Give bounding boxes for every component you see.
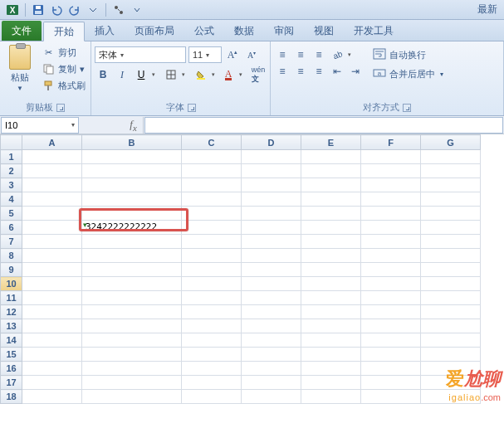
chevron-down-icon[interactable]: ▾ [345,46,354,63]
cell[interactable] [182,390,242,404]
increase-indent-button[interactable]: ⇥ [347,63,364,80]
cell[interactable] [22,249,82,263]
cell[interactable] [301,333,361,348]
cell[interactable] [301,178,361,192]
cell[interactable] [242,376,301,390]
cut-button[interactable]: ✂剪切 [40,45,87,60]
cell[interactable] [301,319,361,333]
cell[interactable] [421,362,481,376]
cell[interactable] [82,362,182,376]
cell[interactable] [22,207,82,221]
cell[interactable] [242,164,301,178]
align-right-button[interactable]: ≡ [311,63,327,80]
tab-file[interactable]: 文件 [2,21,42,41]
cell[interactable] [82,277,182,291]
cell[interactable] [82,192,182,207]
cell[interactable] [242,221,301,235]
cell[interactable] [182,319,242,333]
row-header[interactable]: 2 [1,164,22,178]
italic-button[interactable]: I [114,66,130,83]
cell[interactable] [421,178,481,192]
chevron-down-icon[interactable]: ▾ [206,51,209,59]
fill-color-button[interactable]: ▾ [193,66,218,83]
row-header[interactable]: 14 [1,333,22,348]
cell[interactable] [22,150,82,164]
cell[interactable] [361,263,421,277]
cell[interactable] [82,376,182,390]
cell[interactable] [421,390,481,404]
cell[interactable] [182,207,242,221]
increase-font-button[interactable]: A▴ [224,46,241,63]
grid-table[interactable]: A B C D E F G 1 2 3 4 5 6▾3242222222222 … [0,134,481,404]
cell[interactable] [361,221,421,235]
cell[interactable] [301,263,361,277]
col-header[interactable]: F [361,135,421,150]
cell[interactable] [182,178,242,192]
row-header[interactable]: 1 [1,150,22,164]
cell[interactable] [421,291,481,305]
row-header[interactable]: 9 [1,263,22,277]
row-header[interactable]: 3 [1,178,22,192]
cell[interactable] [421,263,481,277]
cell[interactable] [22,362,82,376]
dialog-launcher-icon[interactable] [403,104,411,112]
cell[interactable] [22,305,82,319]
row-header[interactable]: 11 [1,291,22,305]
row-header[interactable]: 12 [1,305,22,319]
formula-input[interactable] [144,117,503,134]
cell[interactable] [301,207,361,221]
cell[interactable] [242,348,301,362]
cell[interactable] [22,333,82,348]
cell[interactable] [361,390,421,404]
cell[interactable] [301,221,361,235]
cell[interactable] [22,192,82,207]
row-header[interactable]: 7 [1,235,22,249]
cell[interactable] [361,235,421,249]
cell[interactable] [421,150,481,164]
cell[interactable] [242,333,301,348]
cell[interactable] [361,305,421,319]
cell[interactable] [361,376,421,390]
col-header[interactable]: D [242,135,301,150]
cell[interactable] [22,277,82,291]
cell[interactable] [301,362,361,376]
chevron-down-icon[interactable]: ▾ [179,66,188,83]
cell[interactable] [361,333,421,348]
row-header[interactable]: 16 [1,362,22,376]
cell[interactable] [182,305,242,319]
cell[interactable] [301,376,361,390]
chevron-down-icon[interactable]: ▾ [120,51,124,59]
col-header[interactable]: C [182,135,242,150]
col-header[interactable]: E [301,135,361,150]
cell[interactable] [82,305,182,319]
tab-formulas[interactable]: 公式 [184,21,224,41]
cell[interactable] [182,221,242,235]
cell[interactable] [22,376,82,390]
tab-insert[interactable]: 插入 [85,21,125,41]
cell[interactable] [182,192,242,207]
font-size-combo[interactable]: 11▾ [188,46,222,63]
cell[interactable] [361,178,421,192]
cell[interactable] [421,164,481,178]
cell[interactable] [361,150,421,164]
select-all-corner[interactable] [1,135,22,150]
save-icon[interactable] [32,3,45,17]
border-button[interactable]: ▾ [163,66,188,83]
row-header[interactable]: 4 [1,192,22,207]
cell[interactable] [22,235,82,249]
merge-center-button[interactable]: a合并后居中▾ [369,66,448,82]
cell[interactable] [82,235,182,249]
cell[interactable] [301,150,361,164]
cell[interactable] [22,164,82,178]
row-header[interactable]: 18 [1,390,22,404]
row-header[interactable]: 8 [1,249,22,263]
cell-b6[interactable]: ▾3242222222222 [82,221,182,235]
cell[interactable] [301,192,361,207]
row-header[interactable]: 17 [1,376,22,390]
cell[interactable] [242,150,301,164]
cell[interactable] [22,178,82,192]
cell[interactable] [182,263,242,277]
cell[interactable] [22,263,82,277]
tab-developer[interactable]: 开发工具 [344,21,404,41]
undo-icon[interactable] [50,3,63,17]
